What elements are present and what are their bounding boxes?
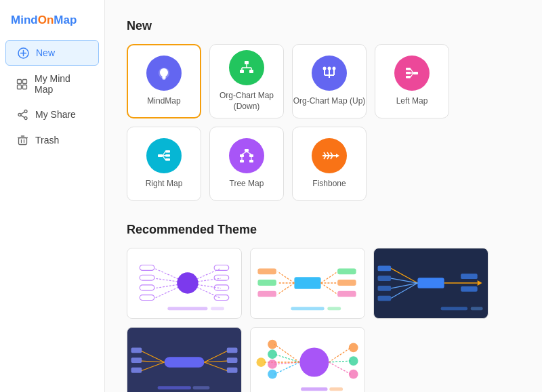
svg-line-123 xyxy=(204,361,227,362)
svg-marker-59 xyxy=(336,154,339,158)
svg-point-144 xyxy=(349,343,358,353)
sidebar-item-my-share[interactable]: My Share xyxy=(5,102,99,127)
svg-point-8 xyxy=(24,116,27,119)
svg-line-54 xyxy=(242,152,247,154)
tree-map-label: Tree Map xyxy=(230,179,264,190)
map-card-fishbone[interactable]: Fishbone xyxy=(292,127,367,201)
svg-line-132 xyxy=(274,354,299,362)
svg-rect-80 xyxy=(214,275,229,280)
sidebar-item-my-mind-map[interactable]: My Mind Map xyxy=(5,67,99,101)
logo: MindOnMap xyxy=(0,7,104,39)
svg-rect-147 xyxy=(301,387,327,391)
svg-rect-38 xyxy=(406,76,411,79)
svg-rect-77 xyxy=(140,285,154,290)
map-card-left-map[interactable]: Left Map xyxy=(375,44,449,118)
svg-rect-20 xyxy=(163,79,165,80)
svg-rect-108 xyxy=(378,296,392,301)
map-card-tree-map[interactable]: Tree Map xyxy=(209,127,284,201)
grid-icon xyxy=(16,78,28,90)
sidebar-item-my-mind-map-label: My Mind Map xyxy=(35,73,88,95)
svg-line-117 xyxy=(141,361,164,362)
svg-line-94 xyxy=(321,283,338,295)
svg-point-140 xyxy=(256,357,266,367)
svg-rect-97 xyxy=(337,291,356,297)
map-card-org-down[interactable]: Org-Chart Map (Down) xyxy=(209,44,284,118)
svg-point-139 xyxy=(268,370,277,379)
trash-icon xyxy=(16,134,28,146)
map-card-mindmap[interactable]: MindMap xyxy=(127,44,201,118)
svg-line-11 xyxy=(20,115,24,117)
svg-rect-51 xyxy=(249,154,253,157)
theme-card-4[interactable] xyxy=(127,327,242,392)
map-card-org-up[interactable]: Org-Chart Map (Up) xyxy=(292,44,367,118)
svg-rect-111 xyxy=(461,274,478,279)
svg-line-41 xyxy=(411,73,413,77)
mindmap-label: MindMap xyxy=(147,96,180,107)
svg-rect-5 xyxy=(18,85,22,89)
left-map-label: Left Map xyxy=(396,96,428,107)
right-map-icon xyxy=(146,138,182,173)
sidebar-item-new[interactable]: New xyxy=(5,40,99,66)
svg-rect-96 xyxy=(337,280,356,286)
svg-point-146 xyxy=(349,370,358,379)
svg-rect-81 xyxy=(214,285,229,290)
theme-grid xyxy=(127,248,520,392)
svg-line-92 xyxy=(321,271,338,283)
svg-rect-114 xyxy=(471,307,483,310)
svg-rect-50 xyxy=(240,154,244,157)
svg-rect-21 xyxy=(245,61,249,64)
svg-rect-112 xyxy=(461,286,478,292)
svg-rect-12 xyxy=(18,137,26,144)
org-up-label: Org-Chart Map (Up) xyxy=(293,96,366,107)
org-down-icon xyxy=(229,50,264,85)
fishbone-icon xyxy=(312,138,347,173)
svg-line-143 xyxy=(329,362,350,374)
theme-card-1[interactable] xyxy=(127,248,242,319)
org-up-icon xyxy=(312,56,347,91)
right-map-label: Right Map xyxy=(146,179,183,190)
svg-rect-44 xyxy=(165,154,170,157)
theme-card-2[interactable] xyxy=(250,248,365,319)
svg-rect-98 xyxy=(291,307,324,310)
theme-card-5[interactable] xyxy=(250,327,365,392)
map-card-right-map[interactable]: Right Map xyxy=(127,127,201,201)
svg-rect-125 xyxy=(227,347,238,353)
svg-rect-4 xyxy=(23,79,27,83)
svg-line-118 xyxy=(141,362,164,371)
left-map-icon xyxy=(394,56,430,91)
svg-rect-37 xyxy=(406,72,411,74)
svg-rect-127 xyxy=(227,368,238,373)
svg-rect-84 xyxy=(211,307,224,310)
svg-line-124 xyxy=(204,362,227,371)
svg-rect-45 xyxy=(165,158,170,161)
sidebar-item-trash[interactable]: Trash xyxy=(5,128,99,152)
svg-rect-106 xyxy=(378,276,392,281)
sidebar-item-new-label: New xyxy=(36,47,55,58)
theme-card-3[interactable] xyxy=(373,248,488,319)
svg-point-34 xyxy=(333,67,336,70)
svg-rect-43 xyxy=(165,150,170,153)
svg-rect-107 xyxy=(378,286,392,291)
svg-rect-42 xyxy=(158,154,163,157)
svg-rect-6 xyxy=(23,85,27,89)
svg-rect-19 xyxy=(163,78,166,79)
svg-rect-120 xyxy=(131,357,142,363)
svg-rect-3 xyxy=(18,79,22,83)
svg-line-48 xyxy=(163,156,165,160)
svg-rect-129 xyxy=(193,386,210,389)
svg-line-88 xyxy=(278,283,295,295)
map-type-grid: MindMap Org-Chart Map (Down) xyxy=(127,44,520,201)
svg-point-32 xyxy=(328,67,331,70)
main-content: New MindMap xyxy=(105,0,542,392)
plus-circle-icon xyxy=(17,47,29,59)
svg-point-74 xyxy=(177,272,198,293)
svg-point-136 xyxy=(268,340,277,349)
svg-line-122 xyxy=(204,351,227,362)
svg-rect-91 xyxy=(257,291,276,297)
recommended-section-title: Recommended Theme xyxy=(127,223,520,237)
svg-point-7 xyxy=(24,110,27,112)
svg-line-55 xyxy=(247,152,251,154)
org-down-label: Org-Chart Map (Down) xyxy=(210,91,283,112)
svg-rect-83 xyxy=(167,307,207,310)
svg-rect-115 xyxy=(165,357,205,368)
